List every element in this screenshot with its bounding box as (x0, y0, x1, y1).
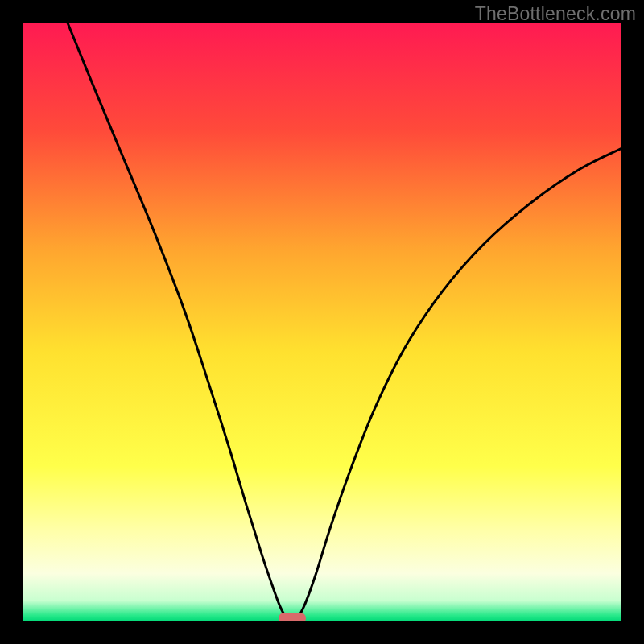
watermark-text: TheBottleneck.com (475, 3, 636, 25)
plot-area (23, 23, 621, 621)
minimum-marker (279, 613, 306, 621)
chart-frame: TheBottleneck.com (0, 0, 644, 644)
curve-left-arm (68, 23, 287, 618)
bottleneck-curve (23, 23, 621, 621)
curve-right-arm (298, 148, 621, 617)
